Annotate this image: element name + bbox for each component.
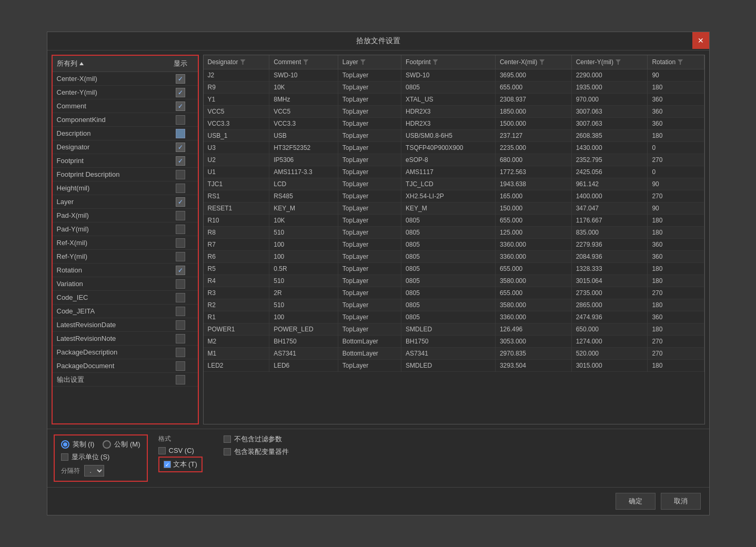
left-panel-row[interactable]: Designator✓ xyxy=(53,140,198,154)
left-panel-row[interactable]: ComponentKind xyxy=(53,113,198,127)
checkbox-unchecked[interactable] xyxy=(176,293,185,302)
checkbox-unchecked[interactable] xyxy=(176,334,185,343)
left-panel-row[interactable]: Rotation✓ xyxy=(53,264,198,277)
table-row[interactable]: R910KTopLayer0805655.0001935.000180 xyxy=(204,82,704,94)
table-row[interactable]: TJC1LCDTopLayerTJC_LCD1943.638961.14290 xyxy=(204,178,704,190)
left-panel-row[interactable]: Pad-X(mil) xyxy=(53,209,198,222)
table-row[interactable]: M1AS7341BottomLayerAS73412970.835520.000… xyxy=(204,348,704,360)
checkbox-unchecked[interactable] xyxy=(176,184,185,193)
left-panel-row[interactable]: Code_IEC xyxy=(53,291,198,305)
th-rotation[interactable]: Rotation xyxy=(648,55,704,69)
checkbox-checked[interactable]: ✓ xyxy=(176,102,185,111)
th-centerx[interactable]: Center-X(mil) xyxy=(495,55,571,69)
checkbox-checked[interactable]: ✓ xyxy=(176,266,185,275)
table-row[interactable]: R50.5RTopLayer0805655.0001328.333180 xyxy=(204,263,704,275)
metric-radio[interactable]: 公制 (M) xyxy=(103,440,140,449)
table-row[interactable]: LED2LED6TopLayerSMDLED3293.5043015.00018… xyxy=(204,360,704,372)
include-variant-checkbox[interactable] xyxy=(224,448,231,455)
checkbox-unchecked[interactable] xyxy=(176,307,185,316)
left-panel-row[interactable]: Footprint Description xyxy=(53,168,198,181)
filter-icon-centery[interactable] xyxy=(616,59,621,65)
left-panel-row[interactable]: Center-X(mil)✓ xyxy=(53,72,198,86)
table-container[interactable]: Designator Comment xyxy=(204,55,704,424)
left-panel-row[interactable]: LatestRevisionDate xyxy=(53,318,198,332)
table-row[interactable]: R2510TopLayer08053580.0002865.000180 xyxy=(204,299,704,311)
ok-button[interactable]: 确定 xyxy=(616,493,656,510)
table-row[interactable]: R1010KTopLayer0805655.0001176.667180 xyxy=(204,215,704,227)
left-panel-row[interactable]: Ref-Y(mil) xyxy=(53,250,198,264)
filter-icon-centerx[interactable] xyxy=(539,59,545,65)
table-row[interactable]: R6100TopLayer08053360.0002084.936360 xyxy=(204,251,704,263)
left-panel-row[interactable]: PackageDescription xyxy=(53,346,198,359)
table-row[interactable]: RESET1KEY_MTopLayerKEY_M150.000347.04790 xyxy=(204,202,704,215)
table-row[interactable]: J2SWD-10TopLayerSWD-103695.0002290.00090 xyxy=(204,69,704,82)
imperial-radio-outer[interactable] xyxy=(61,440,69,449)
th-layer[interactable]: Layer xyxy=(338,55,401,69)
filter-icon-rotation[interactable] xyxy=(678,59,683,65)
table-row[interactable]: R7100TopLayer08053360.0002279.936360 xyxy=(204,239,704,251)
checkbox-unchecked[interactable] xyxy=(176,252,185,261)
checkbox-unchecked[interactable] xyxy=(176,375,185,384)
table-row[interactable]: VCC5VCC5TopLayerHDR2X31850.0003007.06336… xyxy=(204,106,704,118)
cancel-button[interactable]: 取消 xyxy=(661,493,701,510)
filter-icon-layer[interactable] xyxy=(360,59,366,65)
left-panel-row[interactable]: Layer✓ xyxy=(53,195,198,209)
checkbox-checked[interactable]: ✓ xyxy=(176,88,185,97)
table-row[interactable]: R8510TopLayer0805125.000835.000180 xyxy=(204,227,704,239)
left-panel-row[interactable]: Center-Y(mil)✓ xyxy=(53,86,198,99)
checkbox-unchecked[interactable] xyxy=(176,211,185,220)
filter-icon-comment[interactable] xyxy=(303,59,308,65)
text-checkbox[interactable]: ✓ xyxy=(164,461,171,468)
checkbox-unchecked[interactable] xyxy=(176,320,185,330)
left-panel-row[interactable]: 输出设置 xyxy=(53,373,198,387)
th-comment[interactable]: Comment xyxy=(269,55,338,69)
checkbox-checked[interactable]: ✓ xyxy=(176,143,185,152)
table-row[interactable]: POWER1POWER_LEDTopLayerSMDLED126.496650.… xyxy=(204,323,704,336)
imperial-radio[interactable]: 英制 (I) xyxy=(61,440,95,449)
checkbox-checked[interactable]: ✓ xyxy=(176,74,185,84)
checkbox-unchecked[interactable] xyxy=(176,361,185,371)
table-row[interactable]: R4510TopLayer08053580.0003015.064180 xyxy=(204,275,704,287)
table-row[interactable]: U1AMS1117-3.3TopLayerAMS11171772.5632425… xyxy=(204,166,704,178)
checkbox-unchecked[interactable] xyxy=(176,225,185,234)
left-panel-row[interactable]: Variation xyxy=(53,277,198,291)
sep-select[interactable]: . , xyxy=(84,465,104,477)
checkbox-unchecked[interactable] xyxy=(176,279,185,289)
th-footprint[interactable]: Footprint xyxy=(401,55,496,69)
metric-radio-outer[interactable] xyxy=(103,440,111,449)
table-row[interactable]: U2IP5306TopLayereSOP-8680.0002352.795270 xyxy=(204,154,704,166)
checkbox-checked[interactable]: ✓ xyxy=(176,156,185,166)
left-panel-row[interactable]: LatestRevisionNote xyxy=(53,332,198,346)
left-panel-row[interactable]: PackageDocument xyxy=(53,359,198,373)
table-cell: 655.000 xyxy=(495,215,571,227)
table-row[interactable]: R1100TopLayer08053360.0002474.936360 xyxy=(204,311,704,323)
th-designator[interactable]: Designator xyxy=(204,55,269,69)
show-unit-checkbox[interactable] xyxy=(61,453,68,461)
left-panel-row[interactable]: Ref-X(mil) xyxy=(53,236,198,250)
checkbox-unchecked[interactable] xyxy=(176,348,185,357)
left-panel-row[interactable]: Height(mil) xyxy=(53,181,198,195)
table-row[interactable]: M2BH1750BottomLayerBH17503053.0001274.00… xyxy=(204,336,704,348)
left-panel-row[interactable]: Code_JEITA xyxy=(53,305,198,318)
checkbox-unchecked[interactable] xyxy=(176,238,185,248)
table-row[interactable]: VCC3.3VCC3.3TopLayerHDR2X31500.0003007.0… xyxy=(204,118,704,130)
no-filter-checkbox[interactable] xyxy=(224,435,231,443)
table-row[interactable]: Y18MHzTopLayerXTAL_US2308.937970.000360 xyxy=(204,94,704,106)
left-panel-row[interactable]: Comment✓ xyxy=(53,99,198,113)
checkbox-partial[interactable] xyxy=(176,129,185,138)
left-panel-row[interactable]: Pad-Y(mil) xyxy=(53,222,198,236)
table-row[interactable]: U3HT32F52352TopLayerTSQFP40P900X9002235.… xyxy=(204,142,704,154)
checkbox-checked[interactable]: ✓ xyxy=(176,197,185,207)
csv-checkbox[interactable] xyxy=(158,447,166,454)
th-centery[interactable]: Center-Y(mil) xyxy=(571,55,648,69)
close-button[interactable]: ✕ xyxy=(692,32,709,49)
filter-icon-footprint[interactable] xyxy=(432,59,438,65)
checkbox-unchecked[interactable] xyxy=(176,115,185,125)
table-row[interactable]: RS1RS485TopLayerXH2.54-LI-2P165.0001400.… xyxy=(204,190,704,202)
left-panel-row[interactable]: Footprint✓ xyxy=(53,154,198,168)
filter-icon-designator[interactable] xyxy=(240,59,246,65)
checkbox-unchecked[interactable] xyxy=(176,170,185,179)
table-row[interactable]: R32RTopLayer0805655.0002735.000270 xyxy=(204,287,704,299)
left-panel-row[interactable]: Description xyxy=(53,127,198,140)
table-row[interactable]: USB_1USBTopLayerUSB/SM0.8-6H5237.1272608… xyxy=(204,130,704,142)
